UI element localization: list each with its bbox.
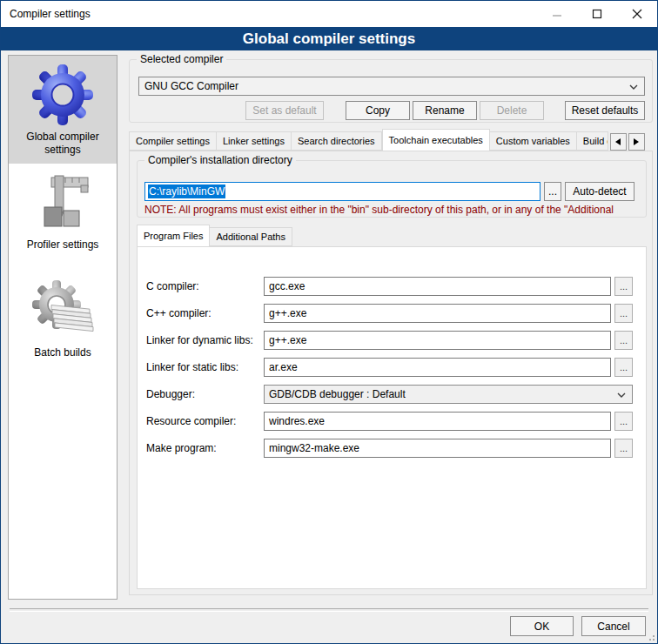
debugger-value: GDB/CDB debugger : Default bbox=[269, 388, 406, 400]
tab-program-files[interactable]: Program Files bbox=[137, 225, 210, 246]
chevron-down-icon bbox=[629, 84, 638, 91]
make-program-value: mingw32-make.exe bbox=[269, 442, 359, 454]
compiler-select-value: GNU GCC Compiler bbox=[144, 80, 238, 92]
program-files-panel: C compiler: gcc.exe ...C++ compiler: g++… bbox=[137, 246, 647, 589]
delete-button[interactable]: Delete bbox=[480, 101, 544, 120]
resource-compiler-label: Resource compiler: bbox=[146, 415, 264, 427]
gray-gear-stack-icon bbox=[30, 278, 95, 343]
c-compiler-value: gcc.exe bbox=[269, 280, 305, 292]
linker-for-static-libs-value: ar.exe bbox=[269, 361, 298, 373]
resize-grip-icon[interactable] bbox=[646, 632, 655, 641]
arrow-right-icon bbox=[634, 138, 639, 145]
field-row: Linker for static libs: ar.exe ... bbox=[146, 358, 633, 377]
installation-directory-group: Compiler's installation directory C:\ray… bbox=[137, 160, 647, 218]
sidebar-item-label: Global compiler settings bbox=[9, 131, 117, 157]
linker-for-static-libs-label: Linker for static libs: bbox=[146, 361, 264, 373]
installation-directory-browse-button[interactable]: ... bbox=[544, 182, 561, 201]
linker-for-dynamic-libs-browse-button[interactable]: ... bbox=[614, 331, 633, 350]
blue-gear-icon bbox=[30, 63, 95, 127]
footer-divider bbox=[10, 608, 648, 612]
rename-button[interactable]: Rename bbox=[413, 101, 477, 120]
c-compiler-input[interactable]: gcc.exe bbox=[264, 277, 611, 296]
linker-for-dynamic-libs-input[interactable]: g++.exe bbox=[264, 331, 611, 350]
note-text: NOTE: All programs must exist either in … bbox=[144, 204, 642, 216]
minimize-button[interactable] bbox=[537, 1, 577, 27]
copy-button[interactable]: Copy bbox=[346, 101, 410, 120]
c-compiler-browse-button[interactable]: ... bbox=[614, 277, 633, 296]
close-icon bbox=[632, 9, 642, 19]
make-program-label: Make program: bbox=[146, 442, 264, 454]
tab-additional-paths[interactable]: Additional Paths bbox=[210, 227, 292, 246]
c-compiler-label: C compiler: bbox=[146, 280, 264, 292]
close-button[interactable] bbox=[617, 1, 657, 27]
debugger-label: Debugger: bbox=[146, 388, 264, 400]
field-row: C++ compiler: g++.exe ... bbox=[146, 304, 633, 323]
tab-scroll-left-button[interactable] bbox=[610, 133, 627, 151]
set-as-default-button[interactable]: Set as default bbox=[245, 101, 324, 120]
c-compiler-value: g++.exe bbox=[269, 307, 306, 319]
installation-directory-value: C:\raylib\MinGW bbox=[148, 184, 225, 198]
arrow-left-icon bbox=[615, 138, 621, 145]
resource-compiler-value: windres.exe bbox=[269, 415, 325, 427]
tab-toolchain-executables[interactable]: Toolchain executables bbox=[382, 129, 490, 151]
sidebar-item-profiler-settings[interactable]: Profiler settings bbox=[9, 164, 117, 272]
resource-compiler-input[interactable]: windres.exe bbox=[264, 412, 611, 431]
linker-for-static-libs-input[interactable]: ar.exe bbox=[264, 358, 611, 377]
maximize-icon bbox=[592, 9, 602, 19]
linker-for-static-libs-browse-button[interactable]: ... bbox=[614, 358, 633, 377]
c-compiler-input[interactable]: g++.exe bbox=[264, 304, 611, 323]
tab-custom-variables[interactable]: Custom variables bbox=[490, 131, 577, 151]
linker-for-dynamic-libs-value: g++.exe bbox=[269, 334, 306, 346]
field-row: Linker for dynamic libs: g++.exe ... bbox=[146, 331, 633, 350]
field-row: Resource compiler: windres.exe ... bbox=[146, 412, 633, 431]
compiler-select[interactable]: GNU GCC Compiler bbox=[138, 77, 645, 96]
page-title: Global compiler settings bbox=[1, 27, 657, 50]
maximize-button[interactable] bbox=[577, 1, 617, 27]
tab-search-directories[interactable]: Search directories bbox=[292, 131, 382, 151]
resource-compiler-browse-button[interactable]: ... bbox=[614, 412, 633, 431]
linker-for-dynamic-libs-label: Linker for dynamic libs: bbox=[146, 334, 264, 346]
field-row: C compiler: gcc.exe ... bbox=[146, 277, 633, 296]
debugger-select[interactable]: GDB/CDB debugger : Default bbox=[264, 385, 633, 404]
tab-linker-settings[interactable]: Linker settings bbox=[217, 131, 292, 151]
installation-directory-input[interactable]: C:\raylib\MinGW bbox=[144, 182, 540, 201]
sidebar-item-batch-builds[interactable]: Batch builds bbox=[9, 272, 117, 379]
toolchain-executables-panel: Compiler's installation directory C:\ray… bbox=[129, 151, 653, 595]
installation-directory-group-label: Compiler's installation directory bbox=[144, 154, 296, 166]
field-row: Debugger: GDB/CDB debugger : Default bbox=[146, 385, 633, 404]
selected-compiler-group: Selected compiler GNU GCC Compiler Set a… bbox=[129, 59, 653, 123]
make-program-browse-button[interactable]: ... bbox=[614, 439, 633, 458]
compiler-settings-dialog: Compiler settings Global compiler settin… bbox=[0, 0, 658, 644]
main-tabstrip: Compiler settingsLinker settingsSearch d… bbox=[129, 129, 645, 151]
settings-category-list: Global compiler settings Profiler settin… bbox=[8, 55, 118, 600]
ok-button[interactable]: OK bbox=[510, 616, 574, 636]
reset-defaults-button[interactable]: Reset defaults bbox=[565, 101, 645, 120]
titlebar: Compiler settings bbox=[1, 1, 657, 27]
tab-build-options[interactable]: Build options bbox=[577, 131, 608, 151]
tab-scroll-right-button[interactable] bbox=[628, 133, 645, 151]
sidebar-item-label: Profiler settings bbox=[24, 238, 103, 252]
make-program-input[interactable]: mingw32-make.exe bbox=[264, 439, 611, 458]
caliper-icon bbox=[30, 171, 95, 235]
tab-compiler-settings[interactable]: Compiler settings bbox=[129, 131, 217, 151]
chevron-down-icon bbox=[617, 392, 626, 399]
minimize-icon bbox=[552, 9, 562, 19]
window-title: Compiler settings bbox=[10, 8, 91, 20]
auto-detect-button[interactable]: Auto-detect bbox=[565, 182, 634, 201]
c-compiler-label: C++ compiler: bbox=[146, 307, 264, 319]
field-row: Make program: mingw32-make.exe ... bbox=[146, 439, 633, 458]
sidebar-item-global-compiler-settings[interactable]: Global compiler settings bbox=[9, 56, 117, 164]
sub-tabstrip: Program FilesAdditional Paths bbox=[137, 225, 292, 246]
cancel-button[interactable]: Cancel bbox=[581, 616, 646, 636]
sidebar-item-label: Batch builds bbox=[30, 346, 94, 359]
c-compiler-browse-button[interactable]: ... bbox=[614, 304, 633, 323]
selected-compiler-group-label: Selected compiler bbox=[137, 53, 226, 65]
